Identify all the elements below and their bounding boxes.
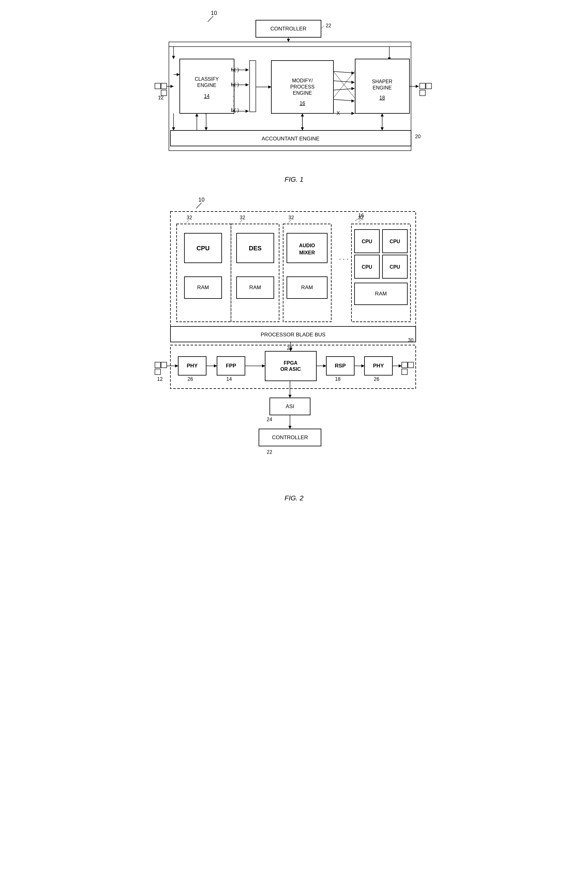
classify-label2: ENGINE [197, 83, 216, 88]
diagram-container: 10 CONTROLLER 22 CLASSIFY ENGI [153, 6, 435, 502]
output-sq1 [402, 362, 407, 368]
blade3-audio-label2: MIXER [299, 250, 315, 255]
pipeline-bar [250, 61, 256, 112]
fpp-label: FPP [226, 363, 236, 369]
phy-left-label: PHY [187, 363, 198, 369]
controller-ref: 22 [326, 23, 331, 28]
dots-label: · · · [339, 255, 348, 263]
fig1-svg: 10 CONTROLLER 22 CLASSIFY ENGI [153, 6, 433, 171]
blade3-audio-label1: AUDIO [299, 243, 315, 248]
bus-label: PROCESSOR BLADE BUS [261, 332, 325, 338]
rsp-ref: 18 [335, 377, 341, 382]
blade1-ref: 32 [187, 215, 192, 220]
blade1-cpu-label: CPU [196, 245, 209, 252]
blade4-cpu1-label: CPU [362, 239, 372, 244]
fpga-ref: 28 [287, 346, 292, 351]
phy-left-ref: 26 [188, 377, 193, 382]
asi-ref: 24 [267, 417, 272, 422]
controller-label: CONTROLLER [270, 26, 306, 32]
output-sq2 [408, 362, 414, 368]
accountant-label: ACCOUNTANT ENGINE [261, 136, 319, 142]
controller2-ref: 22 [267, 450, 272, 455]
classify-label: CLASSIFY [195, 76, 219, 82]
modify-label1: MODIFY/ [292, 78, 313, 83]
input-sq2 [161, 362, 167, 368]
svg-line-53 [196, 203, 201, 209]
input-sq3 [155, 369, 161, 375]
fpga-box [265, 351, 316, 381]
modify-label2: PROCESS [290, 84, 314, 89]
rsp-label: RSP [335, 363, 345, 369]
fig2-svg: 10 16 32 CPU RAM 32 DES [153, 193, 433, 508]
blade4-ram-label: RAM [375, 291, 387, 296]
input-ref: 12 [157, 377, 163, 382]
shaper-ref: 18 [380, 95, 385, 100]
fig2-label: FIG. 2 [153, 494, 435, 502]
svg-marker-76 [289, 426, 292, 429]
f3-label: f₃( ) [231, 107, 239, 113]
phy-right-label: PHY [373, 363, 384, 369]
fig1-wrapper: 10 CONTROLLER 22 CLASSIFY ENGI [153, 6, 435, 183]
shaper-label1: SHAPER [372, 79, 392, 84]
fig1-main-ref: 10 [211, 10, 217, 16]
modify-label3: ENGINE [293, 90, 312, 96]
shaper-label2: ENGINE [372, 85, 392, 90]
classify-ref: 14 [204, 94, 210, 99]
fig2-main-ref: 10 [198, 197, 205, 203]
blade2-des-label: DES [249, 245, 261, 252]
output-sq3 [402, 369, 407, 375]
phy-right-ref: 26 [374, 377, 380, 382]
output-sq1 [420, 83, 425, 89]
blade2-ref: 32 [240, 215, 245, 220]
svg-line-0 [208, 16, 213, 22]
accountant-ref: 20 [415, 134, 421, 139]
blade2-ram-label: RAM [249, 285, 261, 290]
input-sq1 [161, 83, 167, 89]
blade1-ram-label: RAM [197, 285, 209, 290]
bus-ref: 30 [408, 338, 414, 343]
fpga-label1: FPGA [283, 360, 298, 366]
asi-label: ASI [286, 404, 294, 410]
blade3-ref: 32 [289, 215, 294, 220]
svg-marker-74 [289, 395, 292, 398]
fig1-arrow-ctrl-down [287, 39, 290, 42]
input-sq2 [155, 83, 161, 89]
blade4-cpu4-label: CPU [390, 264, 400, 270]
blade4-cpu2-label: CPU [390, 239, 400, 244]
controller2-label: CONTROLLER [272, 435, 308, 441]
blade4-ref: 32 [358, 215, 364, 220]
blade4-cpu3-label: CPU [362, 264, 372, 270]
fpp-ref: 14 [226, 377, 232, 382]
input-sq1 [155, 362, 161, 368]
svg-line-1 [321, 26, 324, 28]
blade3-ram-label: RAM [301, 285, 313, 290]
fig1-label: FIG. 1 [153, 176, 435, 183]
svg-marker-35 [416, 85, 419, 88]
output-sq3 [420, 90, 425, 96]
input-ref: 12 [158, 95, 164, 100]
modify-ref: 16 [299, 101, 305, 106]
fig2-wrapper: 10 16 32 CPU RAM 32 DES [153, 193, 435, 502]
output-sq2 [426, 83, 432, 89]
fpga-label2: OR ASIC [280, 366, 301, 372]
